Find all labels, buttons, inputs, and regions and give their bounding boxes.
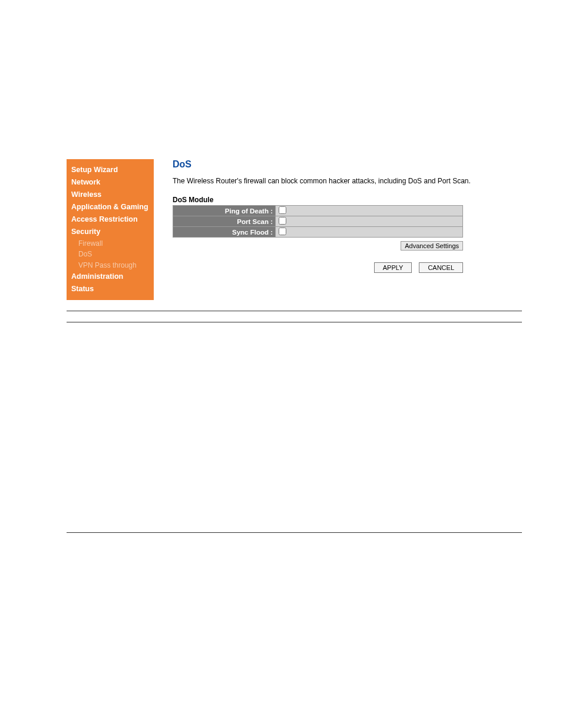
divider <box>67 322 522 322</box>
sidebar-item-wireless[interactable]: Wireless <box>67 189 154 201</box>
sidebar: Setup Wizard Network Wireless Applicatio… <box>67 159 154 300</box>
ping-of-death-checkbox[interactable] <box>279 206 286 214</box>
sidebar-sub-firewall[interactable]: Firewall <box>67 238 154 249</box>
dos-module-table: Ping of Death : Port Scan : Sync Flood : <box>173 205 463 238</box>
main-content: DoS The Wireless Router's firewall can b… <box>173 159 522 273</box>
sync-flood-checkbox[interactable] <box>279 228 286 235</box>
divider <box>67 532 522 533</box>
sidebar-item-access-restriction[interactable]: Access Restriction <box>67 213 154 226</box>
cancel-button[interactable]: CANCEL <box>419 262 463 273</box>
sidebar-sub-dos[interactable]: DoS <box>67 249 154 259</box>
apply-button[interactable]: APPLY <box>374 262 412 273</box>
port-scan-checkbox[interactable] <box>279 217 286 225</box>
sidebar-item-application-gaming[interactable]: Application & Gaming <box>67 201 154 213</box>
table-row: Sync Flood : <box>173 227 463 238</box>
sidebar-item-status[interactable]: Status <box>67 283 154 295</box>
section-title: DoS Module <box>173 196 522 204</box>
sidebar-item-administration[interactable]: Administration <box>67 271 154 283</box>
row-label-sync-flood: Sync Flood : <box>173 227 276 238</box>
page-description: The Wireless Router's firewall can block… <box>173 177 522 185</box>
sidebar-item-setup-wizard[interactable]: Setup Wizard <box>67 164 154 176</box>
row-label-ping-of-death: Ping of Death : <box>173 206 276 216</box>
page-title: DoS <box>173 159 522 170</box>
row-label-port-scan: Port Scan : <box>173 216 276 227</box>
table-row: Ping of Death : <box>173 206 463 216</box>
table-row: Port Scan : <box>173 216 463 227</box>
sidebar-item-security[interactable]: Security <box>67 226 154 238</box>
divider <box>67 311 522 311</box>
advanced-settings-button[interactable]: Advanced Settings <box>401 241 463 251</box>
sidebar-item-network[interactable]: Network <box>67 176 154 189</box>
sidebar-sub-vpn-passthrough[interactable]: VPN Pass through <box>67 260 154 271</box>
